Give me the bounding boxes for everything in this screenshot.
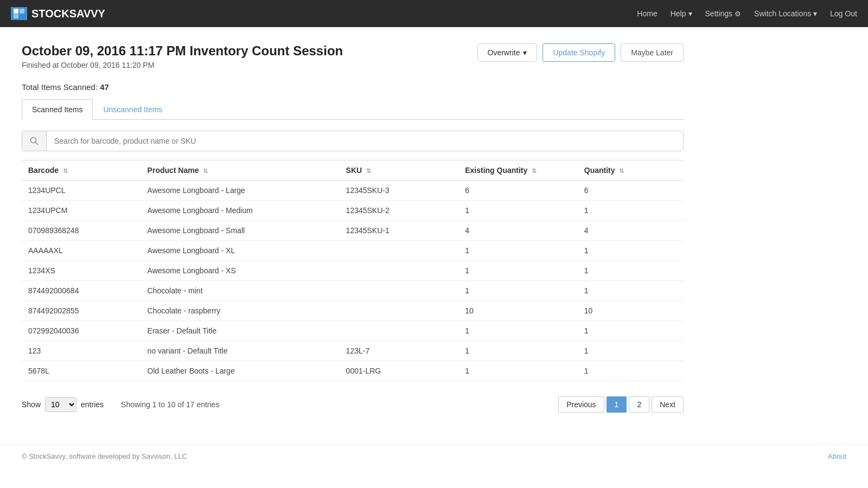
cell-quantity: 1: [578, 341, 684, 361]
cell-sku: 12345SKU-3: [340, 181, 459, 201]
sort-product-icon: ⇅: [203, 168, 208, 174]
cell-existing-qty: 1: [458, 361, 578, 381]
cell-existing-qty: 1: [458, 241, 578, 261]
nav-item-settings[interactable]: Settings ⚙: [705, 9, 742, 18]
table-header: Barcode ⇅ Product Name ⇅ SKU ⇅ Existing …: [22, 160, 684, 181]
search-bar: [22, 131, 684, 151]
cell-quantity: 6: [578, 181, 684, 201]
nav-menu: Home Help ▾ Settings ⚙ Switch Locations …: [637, 9, 857, 18]
page-title: October 09, 2016 11:17 PM Inventory Coun…: [22, 43, 343, 59]
cell-existing-qty: 1: [458, 341, 578, 361]
page-1-button[interactable]: 1: [607, 396, 627, 413]
cell-existing-qty: 1: [458, 281, 578, 301]
page-header: October 09, 2016 11:17 PM Inventory Coun…: [22, 43, 684, 69]
brand-name: STOCKSAVVY: [31, 8, 105, 20]
col-header-product-name[interactable]: Product Name ⇅: [141, 160, 340, 181]
table-row: 070989368248 Awesome Longboard - Small 1…: [22, 221, 684, 241]
footer-about-link[interactable]: About: [828, 452, 846, 460]
update-shopify-button[interactable]: Update Shopify: [542, 43, 615, 62]
footer-copyright: © StockSavvy, software developed by Savv…: [22, 452, 187, 460]
cell-quantity: 1: [578, 261, 684, 281]
cell-sku: [340, 241, 459, 261]
brand-logo[interactable]: STOCKSAVVY: [11, 7, 105, 20]
cell-product-name: Awesome Longboard - Medium: [141, 201, 340, 221]
cell-barcode: AAAAAXL: [22, 241, 141, 261]
sort-quantity-icon: ⇅: [619, 168, 624, 174]
col-header-quantity[interactable]: Quantity ⇅: [578, 160, 684, 181]
cell-product-name: Awesome Longboard - Large: [141, 181, 340, 201]
cell-product-name: Eraser - Default Title: [141, 321, 340, 341]
cell-barcode: 1234UPCL: [22, 181, 141, 201]
col-header-barcode[interactable]: Barcode ⇅: [22, 160, 141, 181]
nav-item-logout[interactable]: Log Out: [830, 9, 857, 18]
table-row: 1234XS Awesome Longboard - XS 1 1: [22, 261, 684, 281]
page-title-block: October 09, 2016 11:17 PM Inventory Coun…: [22, 43, 343, 69]
cell-product-name: Awesome Longboard - Small: [141, 221, 340, 241]
cell-quantity: 1: [578, 201, 684, 221]
table-row: 072992040036 Eraser - Default Title 1 1: [22, 321, 684, 341]
sort-sku-icon: ⇅: [366, 168, 371, 174]
cell-barcode: 072992040036: [22, 321, 141, 341]
overwrite-caret-icon: ▾: [523, 48, 527, 57]
switch-locations-caret-icon: ▾: [813, 9, 817, 18]
col-header-existing-qty[interactable]: Existing Quantity ⇅: [458, 160, 578, 181]
total-items: Total Items Scanned: 47: [22, 82, 684, 92]
overwrite-button[interactable]: Overwrite ▾: [477, 43, 538, 62]
svg-rect-2: [14, 14, 18, 18]
cell-quantity: 1: [578, 281, 684, 301]
cell-sku: [340, 321, 459, 341]
nav-item-home[interactable]: Home: [637, 9, 657, 18]
table-row: 1234UPCL Awesome Longboard - Large 12345…: [22, 181, 684, 201]
maybe-later-button[interactable]: Maybe Later: [621, 43, 684, 62]
table-row: 1234UPCM Awesome Longboard - Medium 1234…: [22, 201, 684, 221]
cell-barcode: 123: [22, 341, 141, 361]
cell-quantity: 1: [578, 241, 684, 261]
cell-quantity: 10: [578, 301, 684, 321]
pagination-controls: Previous 1 2 Next: [558, 396, 684, 413]
nav-item-help[interactable]: Help ▾: [671, 9, 692, 18]
cell-barcode: 070989368248: [22, 221, 141, 241]
cell-quantity: 1: [578, 321, 684, 341]
table-row: 5678L Old Leather Boots - Large 0001-LRG…: [22, 361, 684, 381]
entries-info: Showing 1 to 10 of 17 entries: [121, 400, 219, 409]
next-button[interactable]: Next: [652, 396, 684, 413]
cell-sku: 123L-7: [340, 341, 459, 361]
cell-barcode: 1234UPCM: [22, 201, 141, 221]
help-caret-icon: ▾: [688, 9, 692, 18]
cell-barcode: 874492000684: [22, 281, 141, 301]
tab-unscanned-items[interactable]: Unscanned Items: [93, 99, 173, 120]
entries-per-page-select[interactable]: 10 25 50 100: [45, 397, 76, 412]
nav-item-switch-locations[interactable]: Switch Locations ▾: [754, 9, 817, 18]
tabs: Scanned Items Unscanned Items: [22, 99, 684, 120]
navbar: STOCKSAVVY Home Help ▾ Settings ⚙ Switch…: [0, 0, 868, 27]
cell-sku: 0001-LRG: [340, 361, 459, 381]
page-2-button[interactable]: 2: [629, 396, 649, 413]
svg-line-4: [36, 143, 38, 145]
col-header-sku[interactable]: SKU ⇅: [340, 160, 459, 181]
logo-icon: [11, 7, 27, 20]
cell-sku: 12345SKU-1: [340, 221, 459, 241]
scanned-items-table: Barcode ⇅ Product Name ⇅ SKU ⇅ Existing …: [22, 160, 684, 381]
sort-barcode-icon: ⇅: [63, 168, 68, 174]
cell-product-name: Awesome Longboard - XL: [141, 241, 340, 261]
sort-existing-qty-icon: ⇅: [532, 168, 537, 174]
cell-barcode: 5678L: [22, 361, 141, 381]
cell-barcode: 1234XS: [22, 261, 141, 281]
previous-button[interactable]: Previous: [558, 396, 604, 413]
pagination-row: Show 10 25 50 100 entries Showing 1 to 1…: [22, 392, 684, 417]
cell-sku: [340, 281, 459, 301]
tab-scanned-items[interactable]: Scanned Items: [22, 99, 93, 120]
search-input[interactable]: [47, 131, 683, 151]
show-entries: Show 10 25 50 100 entries: [22, 397, 104, 412]
cell-barcode: 874492002855: [22, 301, 141, 321]
cell-product-name: Awesome Longboard - XS: [141, 261, 340, 281]
cell-existing-qty: 1: [458, 201, 578, 221]
cell-product-name: Old Leather Boots - Large: [141, 361, 340, 381]
settings-gear-icon: ⚙: [735, 10, 741, 18]
cell-sku: [340, 261, 459, 281]
cell-product-name: no variant - Default Title: [141, 341, 340, 361]
cell-existing-qty: 10: [458, 301, 578, 321]
cell-product-name: Chocolate - mint: [141, 281, 340, 301]
svg-rect-1: [20, 9, 24, 14]
cell-quantity: 1: [578, 361, 684, 381]
